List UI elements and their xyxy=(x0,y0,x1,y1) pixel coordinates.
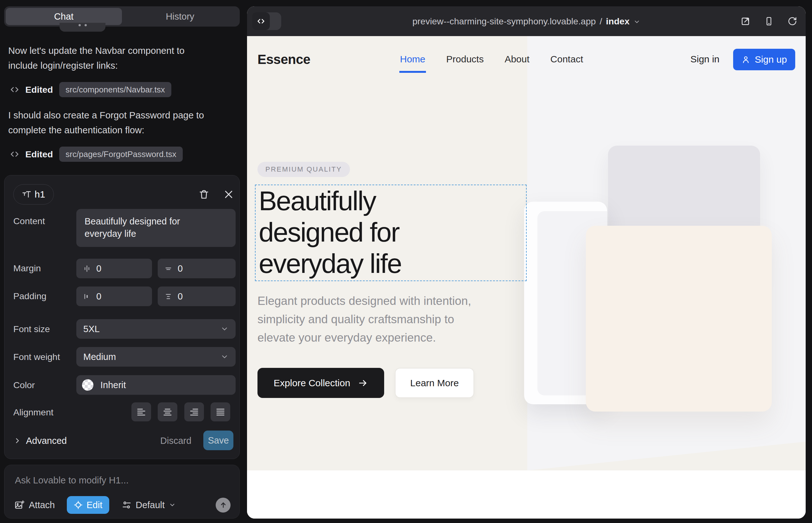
code-preview-toggle[interactable] xyxy=(252,12,281,30)
sign-up-button[interactable]: Sign up xyxy=(733,49,795,70)
delete-element-button[interactable] xyxy=(197,187,211,201)
chevron-down-icon xyxy=(169,502,176,508)
open-external-icon[interactable] xyxy=(740,16,751,27)
font-size-select[interactable]: 5XL xyxy=(76,319,236,339)
send-button[interactable] xyxy=(216,498,231,512)
selected-element-tag: h1 xyxy=(35,189,45,200)
selected-element-outline[interactable]: Beautifully designed for everyday life xyxy=(255,184,527,281)
site-logo[interactable]: Essence xyxy=(258,52,310,67)
element-editor-panel: h1 Content Beautifully designed for ever… xyxy=(4,175,240,459)
description-line: simplicity and quality craftsmanship to xyxy=(258,310,471,329)
edited-label: Edited xyxy=(25,149,53,160)
code-icon xyxy=(10,149,20,159)
content-label: Content xyxy=(13,216,45,227)
attach-label: Attach xyxy=(29,500,55,510)
site-navbar: Essence Home Products About Contact Sign… xyxy=(247,36,806,83)
color-select[interactable]: Inherit xyxy=(76,375,236,395)
site-nav-links: Home Products About Contact xyxy=(400,54,583,65)
chevron-down-icon xyxy=(220,353,229,361)
margin-x-input[interactable]: 0 xyxy=(76,259,152,278)
save-button[interactable]: Save xyxy=(203,431,233,450)
align-justify-button[interactable] xyxy=(211,402,230,421)
selected-element-pill[interactable]: h1 xyxy=(13,184,54,204)
preview-url[interactable]: preview--charming-site-symphony.lovable.… xyxy=(310,6,742,36)
preview-window: preview--charming-site-symphony.lovable.… xyxy=(247,6,806,519)
description-line: elevate your everyday experience. xyxy=(258,329,471,347)
edit-mode-button[interactable]: Edit xyxy=(67,496,109,514)
composer-toolbar: Attach Edit Default xyxy=(14,496,231,514)
padding-horizontal-icon xyxy=(83,292,91,301)
app-root: Chat History Now let's update the Navbar… xyxy=(0,0,812,523)
chat-sidebar: Chat History Now let's update the Navbar… xyxy=(0,0,247,523)
assistant-message: I should also create a Forgot Password p… xyxy=(8,108,234,138)
explore-collection-button[interactable]: Explore Collection xyxy=(258,368,384,398)
scrolled-status-pill xyxy=(59,23,105,32)
hero-badge: PREMIUM QUALITY xyxy=(258,162,350,177)
url-separator: / xyxy=(600,16,602,26)
heading-line: everyday life xyxy=(259,248,401,279)
sign-in-link[interactable]: Sign in xyxy=(690,54,720,65)
attach-button[interactable]: Attach xyxy=(14,500,55,510)
padding-x-value: 0 xyxy=(96,291,101,302)
align-right-button[interactable] xyxy=(184,402,204,421)
message-line: I should also create a Forgot Password p… xyxy=(8,108,234,123)
mobile-view-icon[interactable] xyxy=(763,16,775,27)
margin-x-value: 0 xyxy=(96,264,101,274)
align-left-button[interactable] xyxy=(131,402,151,421)
browser-actions xyxy=(740,6,798,36)
chat-history-tabs: Chat History xyxy=(4,6,240,26)
target-icon xyxy=(74,501,83,509)
image-plus-icon xyxy=(14,500,24,510)
close-icon[interactable] xyxy=(222,187,236,201)
preview-browser-bar: preview--charming-site-symphony.lovable.… xyxy=(247,6,806,36)
advanced-toggle[interactable]: Advanced xyxy=(13,435,67,446)
edited-file-pill[interactable]: src/pages/ForgotPassword.tsx xyxy=(59,147,183,162)
margin-y-input[interactable]: 0 xyxy=(158,259,236,278)
tab-history[interactable]: History xyxy=(122,8,238,25)
hero-description: Elegant products designed with intention… xyxy=(258,292,471,347)
color-label: Color xyxy=(13,380,35,390)
padding-vertical-icon xyxy=(164,292,173,301)
message-line: Now let's update the Navbar component to xyxy=(8,43,234,58)
font-weight-select[interactable]: Medium xyxy=(76,347,236,366)
padding-x-input[interactable]: 0 xyxy=(76,287,152,306)
nav-link-contact[interactable]: Contact xyxy=(550,54,583,65)
font-weight-label: Font weight xyxy=(13,352,60,362)
nav-link-products[interactable]: Products xyxy=(446,54,483,65)
code-icon xyxy=(10,85,20,95)
margin-label: Margin xyxy=(13,263,41,273)
content-textarea[interactable]: Beautifully designed for everyday life xyxy=(76,209,236,247)
edit-mode-label: Edit xyxy=(86,500,102,510)
description-line: Elegant products designed with intention… xyxy=(258,292,471,310)
user-icon xyxy=(741,55,750,64)
site-preview: Essence Home Products About Contact Sign… xyxy=(247,36,806,519)
decor-card-cream xyxy=(586,226,772,412)
content-line: everyday life xyxy=(85,228,227,240)
padding-label: Padding xyxy=(13,291,47,301)
edited-file-pill[interactable]: src/components/Navbar.tsx xyxy=(59,82,171,97)
url-page: index xyxy=(606,16,629,26)
message-line: include login/register links: xyxy=(8,58,234,73)
chevron-right-icon xyxy=(13,437,21,445)
explore-collection-label: Explore Collection xyxy=(273,378,350,389)
assistant-message: Now let's update the Navbar component to… xyxy=(8,43,234,73)
composer-input[interactable] xyxy=(15,473,224,487)
chevron-down-icon xyxy=(220,325,229,333)
refresh-icon[interactable] xyxy=(787,16,798,27)
heading-line: Beautifully xyxy=(259,185,401,217)
edited-file-row: Edited src/pages/ForgotPassword.tsx xyxy=(10,146,183,162)
chevron-down-icon xyxy=(633,18,640,25)
align-center-button[interactable] xyxy=(158,402,177,421)
discard-button[interactable]: Discard xyxy=(160,436,191,446)
hero-heading[interactable]: Beautifully designed for everyday life xyxy=(259,185,401,279)
color-value: Inherit xyxy=(100,380,126,390)
tab-chat[interactable]: Chat xyxy=(6,8,122,25)
mode-select[interactable]: Default xyxy=(122,500,176,510)
learn-more-button[interactable]: Learn More xyxy=(395,368,474,398)
nav-link-about[interactable]: About xyxy=(505,54,529,65)
padding-y-input[interactable]: 0 xyxy=(158,287,236,306)
message-line: complete the authentication flow: xyxy=(8,123,234,138)
typography-icon xyxy=(22,190,31,199)
sliders-icon xyxy=(122,500,131,510)
nav-link-home[interactable]: Home xyxy=(400,54,425,65)
